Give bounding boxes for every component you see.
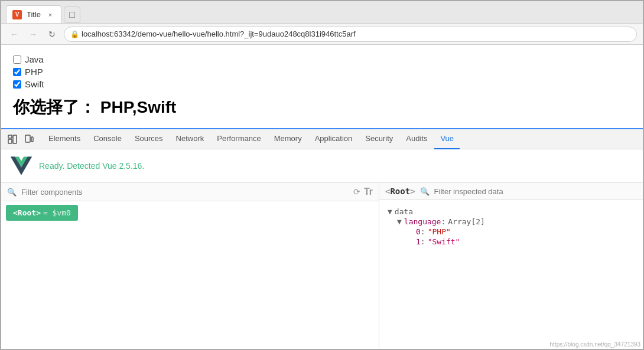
tab-vue[interactable]: Vue [434,129,460,149]
php-checkbox[interactable] [13,68,21,76]
devtools-body: Ready. Detected Vue 2.5.16. 🔍 ⟳ Tr [1,149,643,349]
colon-1: : [421,237,425,246]
refresh-icon[interactable]: ⟳ [353,187,360,197]
tab-application[interactable]: Application [309,129,359,149]
tab-performance[interactable]: Performance [211,129,266,149]
data-label: data [395,207,413,216]
vue-component-tree: 🔍 ⟳ Tr <Root> = $vm0 [1,183,379,349]
data-filter-input[interactable] [434,187,637,196]
vue-panel: Ready. Detected Vue 2.5.16. 🔍 ⟳ Tr [1,149,643,349]
component-filter-bar: 🔍 ⟳ Tr [1,183,379,201]
checkbox-java: Java [13,54,631,64]
selection-prefix: 你选择了： [13,98,96,116]
checkbox-php: PHP [13,67,631,77]
reload-button[interactable]: ↻ [45,27,59,41]
back-icon: ← [10,30,18,39]
data-children: ▼ language : Array[2] 0 : "PHP" [388,217,635,246]
new-tab-icon: □ [69,9,75,20]
inspect-icon-button[interactable] [6,133,19,146]
lock-icon: 🔒 [70,30,79,38]
vue-logo-icon [11,155,32,176]
array-item-1: 1 : "Swift" [416,237,635,246]
tab-favicon: V [12,10,22,19]
tab-audits[interactable]: Audits [400,129,433,149]
address-bar: ← → ↻ 🔒 localhost:63342/demo-vue/hello-v… [1,24,643,45]
settings-icon[interactable]: Tr [364,187,373,197]
java-label: Java [25,54,44,64]
data-filter-bar: <Root> 🔍 [379,183,643,200]
devtools-icon-group [6,133,35,146]
tab-group: V Title × □ [6,1,80,23]
filter-search-icon: 🔍 [7,188,17,197]
svg-rect-4 [31,137,33,142]
svg-rect-0 [8,135,12,138]
java-checkbox[interactable] [13,55,21,64]
svg-rect-3 [25,135,30,142]
component-binding: = $vm0 [43,208,71,217]
tab-sources[interactable]: Sources [129,129,169,149]
url-text: localhost:63342/demo-vue/hello-vue/hello… [82,30,356,38]
title-bar: V Title × □ [1,1,643,24]
array-item-0: 0 : "PHP" [416,227,635,236]
tab-title: Title [27,10,41,19]
selection-display: 你选择了： PHP,Swift [13,96,631,119]
tab-console[interactable]: Console [87,129,128,149]
swift-checkbox[interactable] [13,80,21,89]
root-title-text: Root [390,187,410,196]
active-tab[interactable]: V Title × [6,5,61,23]
tab-network[interactable]: Network [170,129,210,149]
watermark: https://blog.csdn.net/qq_34721393 [550,341,640,348]
value-0: "PHP" [428,227,451,236]
array-items: 0 : "PHP" 1 : "Swift" [397,227,635,246]
language-type: Array[2] [448,217,485,226]
tab-memory[interactable]: Memory [268,129,308,149]
url-bar[interactable]: 🔒 localhost:63342/demo-vue/hello-vue/hel… [64,27,637,42]
tab-elements[interactable]: Elements [43,129,86,149]
svg-rect-1 [8,139,12,143]
data-search-icon: 🔍 [420,187,430,196]
reload-icon: ↻ [48,30,56,39]
vue-ready-text: Ready. Detected Vue 2.5.16. [39,161,144,171]
language-key: language [404,217,441,226]
device-icon-button[interactable] [22,133,35,146]
checkbox-swift: Swift [13,79,631,89]
selection-value: PHP,Swift [100,98,177,116]
php-label: PHP [25,67,43,77]
vue-header: Ready. Detected Vue 2.5.16. [1,149,643,183]
root-component-item[interactable]: <Root> = $vm0 [6,205,78,221]
devtools-panel: Elements Console Sources Network Perform… [1,128,643,349]
component-list: <Root> = $vm0 [1,201,379,224]
devtools-tab-bar: Elements Console Sources Network Perform… [1,129,643,149]
component-name: <Root> [13,208,41,217]
right-panel-title: <Root> [385,187,415,196]
language-row: ▼ language : Array[2] [397,217,635,226]
expand-data-icon[interactable]: ▼ [388,207,392,216]
index-1: 1 [416,237,421,246]
angle-close-icon: > [410,187,415,196]
index-0: 0 [416,227,421,236]
language-colon: : [441,217,445,226]
colon-0: : [421,227,425,236]
value-1: "Swift" [428,237,460,246]
back-button[interactable]: ← [7,27,21,41]
tab-security[interactable]: Security [359,129,399,149]
expand-language-icon[interactable]: ▼ [397,217,402,226]
vue-data-inspector: <Root> 🔍 ▼ data ▼ [379,183,643,349]
filter-actions: ⟳ Tr [353,187,373,197]
forward-icon: → [29,30,37,39]
data-section-row: ▼ data [388,207,635,216]
new-tab-button[interactable]: □ [64,6,80,23]
component-filter-input[interactable] [21,188,349,197]
data-tree: ▼ data ▼ language : Array[2] [379,200,643,253]
vue-main: 🔍 ⟳ Tr <Root> = $vm0 [1,183,643,349]
forward-button[interactable]: → [26,27,40,41]
tab-close-button[interactable]: × [45,10,55,19]
page-content: Java PHP Swift 你选择了： PHP,Swift [1,45,643,128]
svg-rect-2 [13,135,17,143]
swift-label: Swift [25,79,44,89]
